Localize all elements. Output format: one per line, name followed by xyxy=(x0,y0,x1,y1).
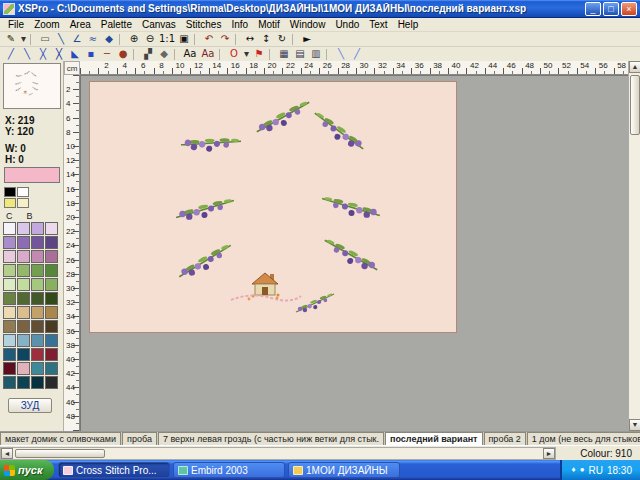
olive-branch-motif[interactable] xyxy=(251,98,315,136)
palette-swatch[interactable] xyxy=(17,236,30,249)
palette-swatch[interactable] xyxy=(45,376,58,389)
menu-file[interactable]: File xyxy=(3,19,29,30)
olive-branch-motif[interactable] xyxy=(178,119,244,166)
palette-swatch[interactable] xyxy=(31,250,44,263)
tray-status-icon[interactable]: ♦ xyxy=(572,466,576,474)
design-tab[interactable]: макет домик с оливочками xyxy=(0,432,121,445)
olive-branch-motif[interactable] xyxy=(319,236,383,274)
maximize-button[interactable]: □ xyxy=(603,2,619,16)
menu-area[interactable]: Area xyxy=(65,19,96,30)
taskbar-task[interactable]: Cross Stitch Pro... xyxy=(58,462,170,478)
palette-swatch[interactable] xyxy=(3,222,16,235)
angle-right-button[interactable]: ╱ xyxy=(349,47,365,61)
design-tab[interactable]: 7 верхн левая гроздь (с частью ниж ветки… xyxy=(158,432,384,445)
olive-branch-motif[interactable] xyxy=(320,189,382,224)
design-tab[interactable]: проба xyxy=(122,432,157,445)
palette-swatch[interactable] xyxy=(31,376,44,389)
flag-button[interactable]: ⚑ xyxy=(251,47,267,61)
scroll-down-button[interactable]: ▼ xyxy=(629,419,640,431)
palette-swatch[interactable] xyxy=(3,348,16,361)
start-button[interactable]: пуск xyxy=(0,460,54,480)
menu-stitches[interactable]: Stitches xyxy=(181,19,227,30)
fill-tool[interactable]: ◆ xyxy=(101,32,117,46)
scroll-left-button[interactable]: ◄ xyxy=(1,448,13,459)
menu-palette[interactable]: Palette xyxy=(96,19,137,30)
grid-toggle-button[interactable]: ▤ xyxy=(292,47,308,61)
tray-volume-icon[interactable]: ● xyxy=(580,466,585,474)
palette-swatch[interactable] xyxy=(3,292,16,305)
palette-swatch[interactable] xyxy=(45,306,58,319)
palette-swatch[interactable] xyxy=(45,334,58,347)
quarter-stitch-tool[interactable]: ▪ xyxy=(83,47,99,61)
palette-swatch[interactable] xyxy=(31,264,44,277)
half-stitch-right-tool[interactable]: ╲ xyxy=(19,47,35,61)
palette-swatch[interactable] xyxy=(17,250,30,263)
palette-swatch[interactable] xyxy=(31,334,44,347)
palette-swatch[interactable] xyxy=(3,278,16,291)
menu-help[interactable]: Help xyxy=(393,19,424,30)
mirror-tool[interactable]: ↕ xyxy=(258,32,274,46)
palette-swatch[interactable] xyxy=(45,278,58,291)
angle-left-button[interactable]: ╲ xyxy=(333,47,349,61)
olive-branch-motif[interactable] xyxy=(306,109,372,154)
palette-swatch[interactable] xyxy=(31,292,44,305)
full-stitch-tool[interactable]: ╳ xyxy=(35,47,51,61)
pencil-tool[interactable]: ✎ xyxy=(3,32,19,46)
palette-swatch[interactable] xyxy=(31,320,44,333)
zoom-100-button[interactable]: 1:1 xyxy=(158,32,176,46)
zoom-fit-button[interactable]: ▣ xyxy=(176,32,192,46)
vertical-scrollbar[interactable]: ▲ ▼ xyxy=(628,61,640,431)
select-rect-tool[interactable]: ▭ xyxy=(37,32,53,46)
palette-swatch[interactable] xyxy=(45,222,58,235)
layout-view-button[interactable]: ▥ xyxy=(308,47,324,61)
font-button-1[interactable]: Aa xyxy=(181,47,199,61)
palette-swatch[interactable] xyxy=(17,320,30,333)
redo-button[interactable]: ↷ xyxy=(217,32,233,46)
palette-swatch[interactable] xyxy=(17,348,30,361)
selected-color-swatch[interactable] xyxy=(4,167,60,183)
palette-swatch[interactable] xyxy=(3,306,16,319)
menu-info[interactable]: Info xyxy=(226,19,253,30)
polyline-tool[interactable]: ∠ xyxy=(69,32,85,46)
scroll-right-button[interactable]: ► xyxy=(543,448,555,459)
font-button-2[interactable]: Aa xyxy=(199,47,217,61)
olive-branch-motif[interactable] xyxy=(174,191,236,226)
palette-swatch[interactable] xyxy=(31,306,44,319)
select-arrow-tool[interactable]: ► xyxy=(299,32,315,46)
minimize-button[interactable]: _ xyxy=(585,2,601,16)
quick-swatch[interactable] xyxy=(4,187,16,197)
color-mode-button[interactable]: ▞ xyxy=(140,47,156,61)
palette-swatch[interactable] xyxy=(45,264,58,277)
close-button[interactable]: × xyxy=(621,2,637,16)
palette-swatch[interactable] xyxy=(31,278,44,291)
palette-swatch[interactable] xyxy=(17,278,30,291)
menu-undo[interactable]: Undo xyxy=(330,19,364,30)
palette-swatch[interactable] xyxy=(17,334,30,347)
taskbar-task[interactable]: 1МОИ ДИЗАЙНЫ xyxy=(288,462,400,478)
design-tab[interactable]: проба 2 xyxy=(484,432,526,445)
palette-swatch[interactable] xyxy=(3,376,16,389)
french-knot-tool[interactable]: ● xyxy=(115,47,131,61)
quick-swatch[interactable] xyxy=(17,198,29,208)
palette-swatch[interactable] xyxy=(31,362,44,375)
path-motif[interactable] xyxy=(231,290,301,304)
palette-swatch[interactable] xyxy=(31,236,44,249)
canvas-viewport[interactable] xyxy=(80,75,628,431)
horizontal-scroll-thumb[interactable] xyxy=(15,449,105,458)
half-stitch-left-tool[interactable]: ╱ xyxy=(3,47,19,61)
palette-swatch[interactable] xyxy=(17,222,30,235)
menu-text[interactable]: Text xyxy=(364,19,392,30)
palette-swatch[interactable] xyxy=(45,320,58,333)
palette-swatch[interactable] xyxy=(3,236,16,249)
design-tab[interactable]: последний вариант xyxy=(385,432,482,445)
taskbar-task[interactable]: Embird 2003 xyxy=(173,462,285,478)
quick-swatch[interactable] xyxy=(4,198,16,208)
menu-canvas[interactable]: Canvas xyxy=(137,19,181,30)
zoom-out-tool[interactable]: ⊖ xyxy=(142,32,158,46)
palette-swatch[interactable] xyxy=(3,264,16,277)
circle-tool[interactable]: O xyxy=(226,47,242,61)
palette-swatch[interactable] xyxy=(3,362,16,375)
olive-branch-motif[interactable] xyxy=(173,241,237,281)
chart-view-button[interactable]: ▦ xyxy=(276,47,292,61)
palette-swatch[interactable] xyxy=(3,250,16,263)
